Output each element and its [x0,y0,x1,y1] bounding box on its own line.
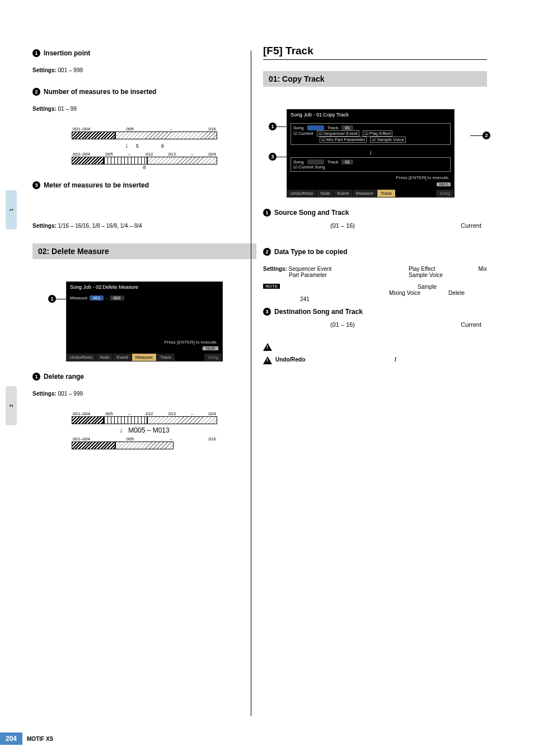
dia-bar [104,416,147,424]
note-text: Delete [448,290,465,296]
caution-row-1 [263,343,487,351]
dia-label: 005 [105,411,113,416]
param-title: Data Type to be copied [274,248,347,256]
dia-label: – [170,126,172,132]
bullet-1b: 1 [32,373,40,381]
dia-label: 012 [146,411,153,416]
lcd-hint: Press [ENTER] to execute. [70,340,219,345]
lcd-checkbox[interactable]: Current Song [293,165,325,170]
settings-label: Settings: [32,391,57,397]
dia-mid: M005 – M013 [128,426,169,434]
dia-bar [104,157,147,165]
lcd-tab-undo[interactable]: Undo/Redo [67,354,96,361]
bullet-3: 3 [32,181,40,189]
right-text: Current [461,320,481,330]
heading-delete-measure: 02: Delete Measure [32,243,256,259]
dia-label: 024 [209,411,216,416]
page-footer: 204 MOTIF XS [0,732,53,745]
param-title: Insertion point [44,49,90,57]
settings-row: Settings: 001 – 999 [32,391,256,397]
dia-label: – [128,152,130,157]
param-insertion-point: 1 Insertion point [32,49,256,57]
dia-num: 8 [161,143,164,149]
callout-1: 1 [269,123,277,130]
settings-value: Sample Voice [409,272,487,278]
param-source: 1 Source Song and Track [263,209,487,217]
param-title: Meter of measures to be inserted [44,181,149,189]
lcd-tab-note[interactable]: Note [96,354,113,361]
lcd-tab-track[interactable]: Track [157,354,175,361]
lcd-value[interactable]: 002 [110,295,124,300]
lcd-tab-measure[interactable]: Measure [353,190,377,197]
dia-bar [147,416,217,424]
bullet-3: 3 [263,308,271,316]
callout-1: 1 [48,295,56,303]
lcd-tabs: Undo/Redo Note Event Measure Track Song [67,354,222,361]
note-text: 241 [300,296,310,302]
dia-label: 001–004 [73,126,90,132]
settings-label: Settings: [32,106,57,112]
lcd-label: Song [293,159,304,165]
note-text: Mixing Voice [389,290,420,296]
settings-row: Settings: 01 – 99 [32,106,256,112]
settings-label: Settings: [32,223,57,229]
heading-copy-track: 01: Copy Track [263,71,487,87]
dia-label: 013 [168,152,176,157]
lcd-tab-event[interactable]: Event [334,190,352,197]
lcd-checkbox[interactable]: Current [293,131,313,136]
h1-text: [F5] Track [263,45,487,57]
lcd-arrow-icon: ↓ [291,148,451,156]
lcd-checkbox[interactable]: Sample Voice [370,137,406,143]
lcd-tab-track[interactable]: Track [377,190,396,197]
dia-label: 001–004 [73,436,90,442]
lcd-copy-track: 1 2 3 Song Job - 01:Copy Track Song Trac… [263,109,487,198]
bullet-1: 1 [32,49,40,57]
settings-value: Play Effect [409,266,435,272]
lcd-num-badge: NUM [203,346,219,350]
lcd-checkbox[interactable]: Play Effect [363,130,392,137]
dia-label: – [170,436,172,442]
caution-row-2: Undo/Redo / [263,356,487,364]
lcd-label: Measure [70,295,87,300]
settings-value: 001 – 999 [58,67,83,73]
dia-label: 024 [209,152,216,157]
lcd-value[interactable]: 01 [341,159,353,165]
dia-label: 016 [209,126,216,132]
lcd-checkbox[interactable]: Mix Part Parameter [320,137,367,143]
lcd-label: Song [293,125,304,130]
lcd-tab-note[interactable]: Note [317,190,334,197]
lcd-info-badge[interactable]: INFO [437,182,451,186]
dia-label: 013 [168,411,176,416]
settings-value: 01 – 99 [58,106,77,112]
lcd-value[interactable]: 001 [90,295,104,300]
lcd-checkbox[interactable]: Sequencer Event [317,130,359,137]
delete-diagram: 001–004 005 – 012 013 – 024 ↓ M005 – M01… [72,411,217,449]
lcd-label: - [106,295,107,300]
heading-f5-track: [F5] Track [263,45,487,60]
dia-bar [147,157,217,165]
range-text: (01 – 16) [330,221,355,231]
settings-value: Sequencer Event [289,266,332,272]
param-title: Delete range [44,373,84,381]
param-detail: (01 – 16) Current [263,221,487,231]
lcd-tab-undo[interactable]: Undo/Redo [287,190,317,197]
lcd-value[interactable] [307,125,324,130]
dia-label: 005 [105,152,113,157]
lcd-title: Song Job - 01:Copy Track [287,110,454,120]
dia-bar [72,132,115,139]
settings-row: Settings: Sequencer Event Play Effect Mi… [263,266,487,278]
lcd-tab-measure[interactable]: Measure [132,354,157,361]
note-text: Sample [418,284,437,290]
lcd-value[interactable] [307,159,324,165]
param-title: Destination Song and Track [274,308,363,316]
side-tabs: 1 2 [6,190,17,582]
warning-icon [263,343,272,351]
caution-text: Undo/Redo [275,356,305,363]
settings-row: Settings: 1/16 – 16/16, 1/8 – 16/8, 1/4 … [32,223,256,229]
caution-text: / [395,356,396,363]
lcd-tab-song[interactable]: Song [204,354,222,361]
lcd-tab-song[interactable]: Song [436,190,454,197]
lcd-value[interactable]: 01 [341,125,353,130]
lcd-tab-event[interactable]: Event [113,354,132,361]
dia-bar [115,132,217,139]
